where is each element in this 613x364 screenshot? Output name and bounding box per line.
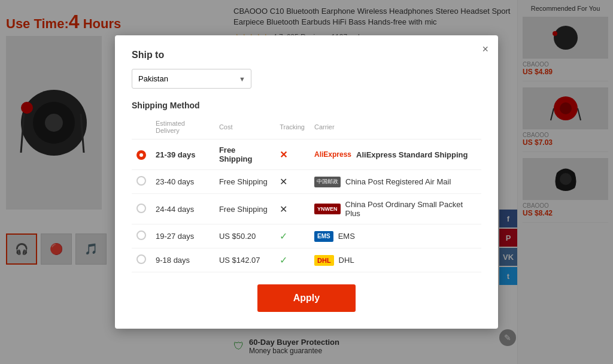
tracking-check-icon-4: ✓ [280, 231, 287, 241]
modal-overlay: Ship to × Pakistan United States United … [0, 0, 613, 364]
carrier-name-1: AliExpress Standard Shipping [356, 150, 468, 159]
tracking-cell-2: ✕ [275, 170, 309, 194]
radio-button-3[interactable] [136, 204, 146, 213]
shipping-row-1[interactable]: 21-39 days Free Shipping ✕ AliExpress Al… [132, 139, 481, 170]
country-select[interactable]: Pakistan United States United Kingdom Ge… [132, 69, 251, 89]
radio-cell-4[interactable] [132, 225, 151, 248]
tracking-cell-4: ✓ [275, 225, 309, 248]
delivery-cell-1: 21-39 days [151, 139, 214, 170]
radio-cell-5[interactable] [132, 248, 151, 272]
ynwen-logo: YNWEN [314, 204, 341, 214]
radio-cell-1[interactable] [132, 139, 151, 170]
delivery-cell-5: 9-18 days [151, 248, 214, 272]
cost-cell-3: Free Shipping [214, 194, 275, 225]
carrier-name-2: China Post Registered Air Mail [345, 177, 451, 186]
chinapost-logo: 中国邮政 [314, 177, 341, 187]
country-select-wrapper: Pakistan United States United Kingdom Ge… [132, 69, 251, 89]
delivery-cell-4: 19-27 days [151, 225, 214, 248]
page-background: Use Time:4 Hours 🎧 🔴 🎵 CBAOOO C10 Blueto… [0, 0, 613, 364]
carrier-cell-4: EMS EMS [309, 225, 481, 248]
tracking-x-icon-1: ✕ [280, 150, 287, 160]
carrier-name-5: DHL [339, 256, 354, 265]
radio-button-5[interactable] [136, 254, 146, 264]
tracking-cross-icon-2: ✕ [280, 177, 287, 187]
col-select [132, 117, 151, 139]
carrier-name-3: China Post Ordinary Small Packet Plus [345, 200, 477, 218]
shipping-row-5[interactable]: 9-18 days US $142.07 ✓ DHL DHL [132, 248, 481, 272]
shipping-row-4[interactable]: 19-27 days US $50.20 ✓ EMS EMS [132, 225, 481, 248]
shipping-method-title: Shipping Method [132, 101, 481, 110]
cost-cell-1: Free Shipping [214, 139, 275, 170]
delivery-cell-2: 23-40 days [151, 170, 214, 194]
dhl-logo: DHL [314, 255, 334, 266]
apply-button[interactable]: Apply [257, 284, 356, 312]
tracking-cell-3: ✕ [275, 194, 309, 225]
carrier-cell-2: 中国邮政 China Post Registered Air Mail [309, 170, 481, 194]
shipping-row-3[interactable]: 24-44 days Free Shipping ✕ YNWEN China P… [132, 194, 481, 225]
col-cost: Cost [214, 117, 275, 139]
carrier-cell-5: DHL DHL [309, 248, 481, 272]
col-delivery: Estimated Delivery [151, 117, 214, 139]
shipping-modal: Ship to × Pakistan United States United … [115, 35, 498, 329]
carrier-name-4: EMS [338, 232, 355, 241]
tracking-cross-icon-3: ✕ [280, 204, 287, 214]
modal-close-button[interactable]: × [482, 44, 488, 54]
col-carrier: Carrier [309, 117, 481, 139]
cost-cell-4: US $50.20 [214, 225, 275, 248]
radio-button-4[interactable] [136, 230, 146, 240]
radio-cell-3[interactable] [132, 194, 151, 225]
radio-button-1[interactable] [136, 150, 146, 160]
aliexpress-logo: AliExpress [314, 149, 351, 160]
cost-cell-2: Free Shipping [214, 170, 275, 194]
tracking-cell-1: ✕ [275, 139, 309, 170]
carrier-cell-3: YNWEN China Post Ordinary Small Packet P… [309, 194, 481, 225]
ems-logo: EMS [314, 231, 333, 242]
cost-cell-5: US $142.07 [214, 248, 275, 272]
delivery-cell-3: 24-44 days [151, 194, 214, 225]
tracking-check-icon-5: ✓ [280, 255, 287, 265]
shipping-table: Estimated Delivery Cost Tracking Carrier… [132, 117, 481, 272]
col-tracking: Tracking [275, 117, 309, 139]
modal-title: Ship to [132, 50, 481, 60]
radio-cell-2[interactable] [132, 170, 151, 194]
radio-button-2[interactable] [136, 176, 146, 186]
carrier-cell-1: AliExpress AliExpress Standard Shipping [309, 139, 481, 170]
tracking-cell-5: ✓ [275, 248, 309, 272]
shipping-row-2[interactable]: 23-40 days Free Shipping ✕ 中国邮政 China Po… [132, 170, 481, 194]
